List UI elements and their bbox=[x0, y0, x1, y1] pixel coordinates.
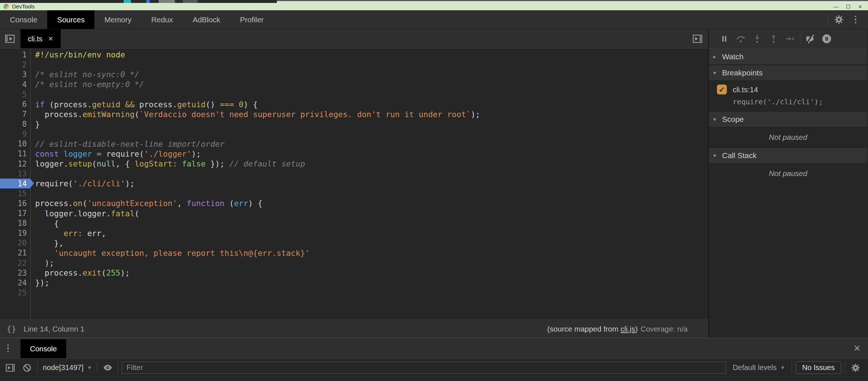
breakpoints-section-label: Breakpoints bbox=[722, 68, 763, 77]
source-map-link[interactable]: cli.js bbox=[621, 325, 635, 333]
no-issues-button[interactable]: No Issues bbox=[796, 361, 841, 374]
line-number-8[interactable]: 8 bbox=[0, 119, 30, 129]
line-number-22[interactable]: 22 bbox=[0, 258, 30, 268]
code-text: { bbox=[30, 219, 59, 228]
chevron-down-icon: ▾ bbox=[713, 116, 722, 123]
console-drawer-header: Console ✕ bbox=[0, 338, 868, 359]
close-window-button[interactable]: ✕ bbox=[858, 4, 862, 9]
line-number-7[interactable]: 7 bbox=[0, 109, 30, 119]
execution-context-selector[interactable]: node[31497] ▼ bbox=[41, 363, 93, 372]
chevron-down-icon: ▼ bbox=[87, 365, 92, 370]
toolbar-divider bbox=[118, 362, 118, 373]
breakpoints-section-header[interactable]: ▾ Breakpoints bbox=[709, 65, 867, 81]
code-line-7: 7 process.emitWarning(`Verdaccio doesn't… bbox=[0, 109, 708, 119]
filter-input[interactable] bbox=[122, 362, 726, 374]
line-number-9[interactable]: 9 bbox=[0, 129, 30, 139]
step-over-icon[interactable] bbox=[734, 32, 747, 45]
deactivate-breakpoints-icon[interactable] bbox=[804, 32, 817, 45]
console-drawer-tab[interactable]: Console bbox=[20, 339, 66, 358]
window-titlebar: DevTools — ✕ bbox=[0, 3, 868, 10]
tab-memory[interactable]: Memory bbox=[94, 10, 141, 29]
toggle-debugger-sidebar-icon[interactable] bbox=[692, 33, 703, 44]
settings-gear-icon[interactable] bbox=[832, 13, 845, 26]
background-window-strip bbox=[0, 0, 868, 3]
step-icon[interactable] bbox=[784, 32, 797, 45]
line-number-21[interactable]: 21 bbox=[0, 248, 30, 258]
code-line-1: 1#!/usr/bin/env node bbox=[0, 50, 708, 60]
close-tab-icon[interactable]: ✕ bbox=[48, 35, 53, 43]
show-navigator-icon[interactable] bbox=[4, 33, 15, 44]
line-number-23[interactable]: 23 bbox=[0, 268, 30, 278]
line-number-16[interactable]: 16 bbox=[0, 198, 30, 208]
pretty-print-icon[interactable]: {} bbox=[7, 324, 16, 333]
line-number-1[interactable]: 1 bbox=[0, 50, 30, 60]
code-line-8: 8} bbox=[0, 119, 708, 129]
file-tab-cli-ts[interactable]: cli.ts ✕ bbox=[20, 29, 61, 48]
pause-script-icon[interactable] bbox=[718, 32, 731, 45]
line-number-11[interactable]: 11 bbox=[0, 149, 30, 159]
tab-profiler[interactable]: Profiler bbox=[230, 10, 274, 29]
code-line-18: 18 { bbox=[0, 218, 708, 228]
line-number-25[interactable]: 25 bbox=[0, 288, 30, 298]
line-number-20[interactable]: 20 bbox=[0, 238, 30, 248]
line-number-4[interactable]: 4 bbox=[0, 79, 30, 89]
minimize-button[interactable]: — bbox=[834, 4, 838, 9]
step-out-icon[interactable] bbox=[767, 32, 780, 45]
background-fragment-blue bbox=[146, 0, 150, 3]
line-number-5[interactable]: 5 bbox=[0, 89, 30, 99]
breakpoint-checkbox[interactable]: ✓ bbox=[717, 85, 727, 94]
drawer-menu-icon[interactable] bbox=[0, 338, 16, 358]
console-settings-gear-icon[interactable] bbox=[849, 361, 862, 374]
background-fragment-gray bbox=[159, 0, 175, 3]
line-number-12[interactable]: 12 bbox=[0, 159, 30, 169]
scope-section-header[interactable]: ▾ Scope bbox=[709, 111, 867, 127]
more-options-icon[interactable] bbox=[849, 13, 862, 26]
pause-on-exceptions-icon[interactable] bbox=[820, 32, 833, 45]
line-number-18[interactable]: 18 bbox=[0, 218, 30, 228]
code-line-19: 19 err: err, bbox=[0, 228, 708, 238]
breakpoint-entry[interactable]: ✓ cli.ts:14 require('./cli/cli'); bbox=[709, 81, 867, 111]
callstack-section-header[interactable]: ▾ Call Stack bbox=[709, 147, 867, 164]
tab-adblock[interactable]: AdBlock bbox=[183, 10, 230, 29]
live-expression-eye-icon[interactable] bbox=[101, 361, 114, 374]
chrome-icon bbox=[4, 4, 9, 9]
line-number-2[interactable]: 2 bbox=[0, 60, 30, 70]
line-number-15[interactable]: 15 bbox=[0, 188, 30, 198]
code-text: logger.setup(null, { logStart: false });… bbox=[30, 159, 305, 168]
log-levels-selector[interactable]: Default levels ▼ bbox=[730, 363, 788, 372]
line-number-24[interactable]: 24 bbox=[0, 278, 30, 288]
clear-console-icon[interactable] bbox=[20, 361, 34, 374]
line-number-14[interactable]: 14 bbox=[0, 179, 30, 188]
code-line-20: 20 }, bbox=[0, 238, 708, 248]
line-number-19[interactable]: 19 bbox=[0, 228, 30, 238]
console-sidebar-toggle-icon[interactable] bbox=[4, 361, 17, 374]
levels-label: Default levels bbox=[733, 363, 777, 372]
tab-redux[interactable]: Redux bbox=[141, 10, 183, 29]
background-window-fragment bbox=[0, 0, 277, 3]
watch-section-header[interactable]: ▸ Watch bbox=[709, 49, 867, 65]
callstack-section-label: Call Stack bbox=[722, 151, 757, 160]
code-text: } bbox=[30, 120, 40, 129]
console-messages-area[interactable] bbox=[0, 377, 868, 381]
code-line-10: 10// eslint-disable-next-line import/ord… bbox=[0, 139, 708, 149]
maximize-button[interactable] bbox=[846, 5, 850, 8]
line-number-6[interactable]: 6 bbox=[0, 99, 30, 109]
line-number-10[interactable]: 10 bbox=[0, 139, 30, 149]
chevron-down-icon: ▾ bbox=[713, 152, 722, 159]
line-number-3[interactable]: 3 bbox=[0, 70, 30, 79]
scope-section-label: Scope bbox=[722, 115, 744, 124]
code-text: require('./cli/cli'); bbox=[30, 179, 135, 188]
code-text: err: err, bbox=[30, 229, 106, 238]
code-text: 'uncaught exception, please report this\… bbox=[30, 249, 310, 258]
step-into-icon[interactable] bbox=[751, 32, 764, 45]
panel-tab-bar: ConsoleSourcesMemoryReduxAdBlockProfiler bbox=[0, 10, 868, 29]
code-editor[interactable]: 1#!/usr/bin/env node23/* eslint no-sync:… bbox=[0, 49, 708, 320]
line-number-17[interactable]: 17 bbox=[0, 209, 30, 218]
line-number-13[interactable]: 13 bbox=[0, 169, 30, 179]
cursor-position: Line 14, Column 1 bbox=[24, 325, 84, 333]
code-line-23: 23 process.exit(255); bbox=[0, 268, 708, 278]
tab-sources[interactable]: Sources bbox=[47, 10, 94, 29]
chevron-down-icon: ▼ bbox=[780, 365, 785, 370]
close-drawer-icon[interactable]: ✕ bbox=[853, 338, 868, 358]
tab-console[interactable]: Console bbox=[0, 10, 47, 29]
